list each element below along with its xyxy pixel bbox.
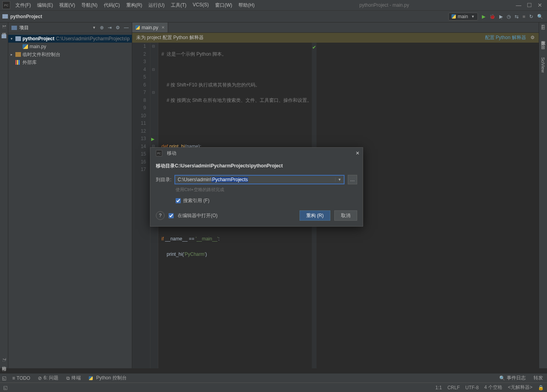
menu-code[interactable]: 代码(C) <box>101 1 123 10</box>
debug-icon[interactable]: 🐞 <box>489 14 495 19</box>
banner-msg: 未为 project 配置 Python 解释器 <box>136 34 204 41</box>
chevron-down-icon[interactable]: ▼ <box>92 26 96 30</box>
python-console-button[interactable]: Python 控制台 <box>85 375 131 381</box>
tree-root-path: C:\Users\admin\PycharmProjects\p <box>56 36 130 41</box>
menu-tools[interactable]: 工具(T) <box>168 1 189 10</box>
terminal-button[interactable]: ⧉终端 <box>62 375 85 381</box>
rail-structure[interactable]: 7: 结构 <box>1 358 7 363</box>
encoding[interactable]: UTF-8 <box>465 385 479 390</box>
reader-mode-icon[interactable]: 🔒 <box>538 385 544 390</box>
close-dialog-icon[interactable]: ✕ <box>356 150 360 156</box>
refactor-button[interactable]: 重构 (R) <box>300 210 330 221</box>
tree-external-libs[interactable]: 外部库 <box>8 58 132 66</box>
dialog-titlebar[interactable]: PC 移动 ✕ <box>150 148 363 159</box>
menu-vcs[interactable]: VCS(S) <box>190 1 212 10</box>
open-in-editor-checkbox[interactable] <box>169 213 174 218</box>
project-sidebar: 项目 ▼ ⊕ ⇥ ⚙ — ▾ pythonProject C:\Users\ad… <box>8 23 132 368</box>
locate-icon[interactable]: ⊕ <box>100 25 104 30</box>
menu-run[interactable]: 运行(U) <box>146 1 167 10</box>
tab-main[interactable]: main.py ✕ <box>132 23 168 32</box>
minimize-icon[interactable]: — <box>516 2 521 8</box>
editor-tabs: main.py ✕ <box>132 23 539 33</box>
rail-sciview[interactable]: SciView <box>541 57 545 73</box>
rail-favorites[interactable]: 2: 收藏 <box>1 368 7 373</box>
run-config-label: main <box>458 14 468 19</box>
breadcrumb[interactable]: pythonProject <box>10 14 448 19</box>
tree-root-label: pythonProject <box>22 36 54 41</box>
libraries-icon <box>15 60 21 65</box>
profile-icon[interactable]: ◷ <box>507 14 511 19</box>
hide-icon[interactable]: — <box>124 25 129 30</box>
to-directory-label: 到目录: <box>156 176 171 183</box>
tree-root[interactable]: ▾ pythonProject C:\Users\admin\PycharmPr… <box>8 35 132 43</box>
line-separator[interactable]: CRLF <box>448 385 460 390</box>
status-message-icon[interactable]: ◱ <box>3 385 7 390</box>
update-icon[interactable]: ↻ <box>529 14 533 19</box>
toolbar-buttons: ▶ 🐞 ▶̣ ◷ ⇆ ■ ↻ 🔍 <box>480 14 545 19</box>
folder-icon <box>15 36 21 41</box>
caret-position[interactable]: 1:1 <box>435 385 442 390</box>
folder-icon[interactable] <box>2 34 6 38</box>
help-button[interactable]: ? <box>156 211 165 220</box>
check-ok-icon: ✔ <box>312 43 317 52</box>
run-icon[interactable]: ▶ <box>482 14 485 19</box>
fold-icon[interactable]: ⊟ <box>152 89 155 97</box>
event-log-button[interactable]: 🔍事件日志 <box>495 375 530 381</box>
menu-navigate[interactable]: 导航(N) <box>79 1 100 10</box>
target-path-input[interactable]: C:\Users\admin\PycharmProjects ▼ <box>174 175 345 184</box>
left-rail: 1: 项目 <box>0 23 8 368</box>
rail-project[interactable]: 1: 项目 <box>1 25 7 30</box>
concurrency-icon[interactable]: ⇆ <box>515 14 519 19</box>
tool-window-icon[interactable]: ◱ <box>0 375 8 381</box>
gear-icon[interactable]: ⚙ <box>530 35 535 40</box>
menu-window[interactable]: 窗口(W) <box>212 1 235 10</box>
menu-help[interactable]: 帮助(H) <box>236 1 257 10</box>
todo-button[interactable]: ≡TODO <box>8 375 34 381</box>
fold-icon[interactable]: ⊟ <box>152 66 155 74</box>
forward-button[interactable]: 转发 <box>530 375 547 381</box>
coverage-icon[interactable]: ▶̣ <box>499 14 503 19</box>
window-controls: — ☐ ✕ <box>511 2 547 8</box>
menu-view[interactable]: 视图(V) <box>56 1 78 10</box>
fold-icon[interactable]: ⊟ <box>152 43 155 51</box>
search-icon[interactable]: 🔍 <box>537 14 543 19</box>
close-icon[interactable]: ✕ <box>538 2 542 8</box>
folder-icon <box>2 14 8 19</box>
path-hint: 使用Ctrl+空格的路径完成 <box>176 187 357 193</box>
move-dialog: PC 移动 ✕ 移动目录C:\Users\admin\PycharmProjec… <box>150 147 363 227</box>
scratch-icon <box>15 52 21 57</box>
cancel-button[interactable]: 取消 <box>334 210 357 221</box>
tree-file-main[interactable]: main.py <box>8 43 132 51</box>
chevron-down-icon[interactable]: ▼ <box>335 178 341 182</box>
menu-refactor[interactable]: 重构(R) <box>124 1 145 10</box>
chevron-down-icon: ▼ <box>471 15 475 19</box>
run-config-selector[interactable]: main ▼ <box>448 13 478 21</box>
search-refs-label: 搜索引用 (F) <box>183 197 210 204</box>
gear-icon[interactable]: ⚙ <box>116 25 120 30</box>
statusbar: ◱ 1:1 CRLF UTF-8 4 个空格 <无解释器> 🔒 <box>0 383 547 392</box>
window-title: pythonProject - main.py <box>257 2 511 8</box>
tree-scratches[interactable]: ▸ 临时文件和控制台 <box>8 51 132 58</box>
dialog-title: 移动 <box>167 150 356 157</box>
run-gutter-icon[interactable]: ▶ <box>151 135 154 143</box>
indent[interactable]: 4 个空格 <box>484 384 502 391</box>
search-refs-checkbox[interactable] <box>176 198 181 203</box>
menu-edit[interactable]: 编辑(E) <box>34 1 56 10</box>
close-tab-icon[interactable]: ✕ <box>161 25 165 30</box>
collapse-icon[interactable]: ⇥ <box>108 25 112 30</box>
database-icon[interactable]: 🗄 <box>541 25 545 30</box>
dialog-message: 移动目录C:\Users\admin\PycharmProjects\pytho… <box>156 163 357 169</box>
python-icon <box>135 25 140 30</box>
problems-button[interactable]: ⊘6: 问题 <box>34 375 62 381</box>
interpreter[interactable]: <无解释器> <box>508 384 532 391</box>
interpreter-banner: 未为 project 配置 Python 解释器 配置 Python 解释器 ⚙ <box>132 33 539 43</box>
stop-icon[interactable]: ■ <box>523 14 525 19</box>
menubar: PC 文件(F) 编辑(E) 视图(V) 导航(N) 代码(C) 重构(R) 运… <box>0 0 547 11</box>
sciview-icon[interactable]: ⊞ <box>541 45 545 50</box>
configure-interpreter-link[interactable]: 配置 Python 解释器 <box>485 35 526 40</box>
open-in-editor-label: 在编辑器中打开(O) <box>178 212 217 219</box>
maximize-icon[interactable]: ☐ <box>527 2 532 8</box>
menu-file[interactable]: 文件(F) <box>13 1 34 10</box>
python-file-icon <box>22 44 28 49</box>
browse-button[interactable]: … <box>348 175 357 184</box>
